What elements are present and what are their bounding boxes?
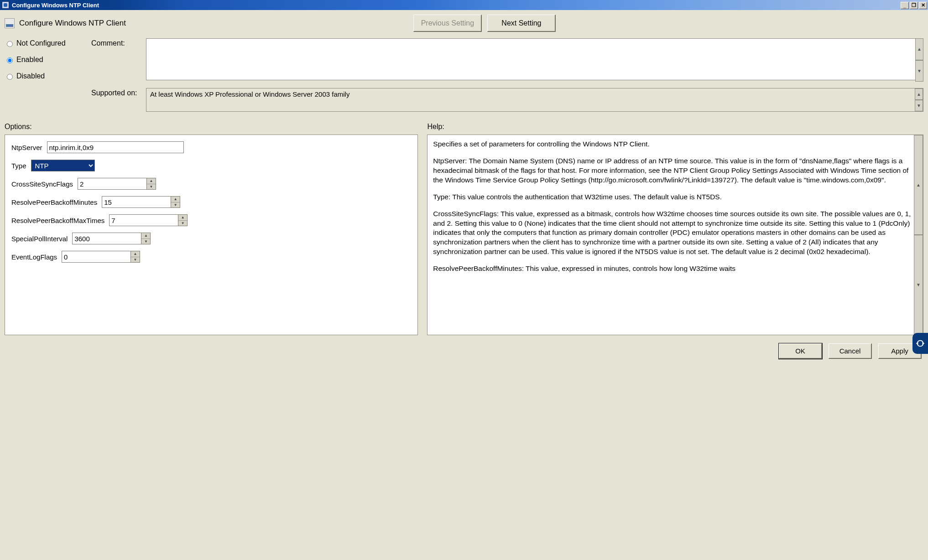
specialpollinterval-label: SpecialPollInterval: [11, 235, 68, 243]
crosssitesyncflags-spinner[interactable]: ▲▼: [78, 178, 156, 190]
scroll-up-icon[interactable]: ▲: [914, 135, 923, 235]
spin-down-icon[interactable]: ▼: [178, 221, 187, 226]
radio-not-configured[interactable]: Not Configured: [5, 39, 82, 47]
crosssitesyncflags-input[interactable]: [78, 178, 146, 189]
spin-up-icon[interactable]: ▲: [131, 251, 140, 257]
help-panel: Specifies a set of parameters for contro…: [427, 135, 923, 335]
radio-disabled-input[interactable]: [7, 74, 13, 80]
crosssitesyncflags-label: CrossSiteSyncFlags: [11, 180, 73, 188]
radio-disabled[interactable]: Disabled: [5, 72, 82, 80]
supported-on-value: At least Windows XP Professional or Wind…: [150, 90, 349, 98]
type-select[interactable]: NTP: [31, 160, 95, 171]
resolvepeerbackoffminutes-spinner[interactable]: ▲▼: [102, 196, 180, 208]
specialpollinterval-input[interactable]: [73, 233, 141, 244]
specialpollinterval-spinner[interactable]: ▲▼: [72, 233, 151, 244]
resolvepeerbackoffmaxtimes-input[interactable]: [109, 215, 178, 226]
radio-enabled[interactable]: Enabled: [5, 56, 82, 64]
radio-disabled-label: Disabled: [16, 72, 45, 80]
ok-button[interactable]: OK: [779, 343, 822, 359]
scroll-up-icon[interactable]: ▲: [915, 88, 923, 100]
supported-scroll[interactable]: ▲ ▼: [915, 88, 923, 111]
help-text: ResolvePeerBackoffMinutes: This value, e…: [433, 264, 911, 274]
options-panel: NtpServer Type NTP CrossSiteSyncFlags ▲▼…: [5, 135, 418, 335]
window-title: Configure Windows NTP Client: [12, 2, 99, 9]
radio-not-configured-input[interactable]: [7, 41, 13, 47]
supported-on-label: Supported on:: [91, 88, 146, 97]
spin-down-icon[interactable]: ▼: [171, 202, 180, 208]
minimize-button[interactable]: _: [901, 2, 909, 9]
spin-up-icon[interactable]: ▲: [178, 215, 187, 221]
close-button[interactable]: ✕: [919, 2, 927, 9]
type-label: Type: [11, 162, 26, 170]
spin-up-icon[interactable]: ▲: [147, 178, 156, 184]
help-text: NtpServer: The Domain Name System (DNS) …: [433, 156, 911, 185]
help-text: Specifies a set of parameters for contro…: [433, 140, 911, 149]
resolvepeerbackoffmaxtimes-label: ResolvePeerBackoffMaxTimes: [11, 217, 104, 224]
remote-session-badge-icon[interactable]: [912, 333, 928, 354]
comment-label: Comment:: [91, 38, 146, 47]
eventlogflags-input[interactable]: [62, 251, 130, 262]
resolvepeerbackoffminutes-label: ResolvePeerBackoffMinutes: [11, 198, 97, 206]
app-icon: [2, 1, 9, 9]
window-titlebar: Configure Windows NTP Client _ ❐ ✕: [0, 0, 928, 10]
supported-on-box: At least Windows XP Professional or Wind…: [146, 88, 923, 112]
comment-textarea[interactable]: [146, 38, 923, 80]
spin-up-icon[interactable]: ▲: [141, 233, 150, 239]
eventlogflags-label: EventLogFlags: [11, 253, 57, 261]
radio-not-configured-label: Not Configured: [16, 39, 66, 47]
cancel-button[interactable]: Cancel: [829, 343, 872, 359]
radio-enabled-input[interactable]: [7, 57, 13, 63]
help-text: Type: This value controls the authentica…: [433, 192, 911, 202]
next-setting-button[interactable]: Next Setting: [487, 15, 556, 32]
radio-enabled-label: Enabled: [16, 56, 43, 64]
policy-icon: [5, 18, 15, 28]
ntpserver-input[interactable]: [47, 141, 184, 153]
spin-down-icon[interactable]: ▼: [141, 239, 150, 244]
scroll-down-icon[interactable]: ▼: [914, 235, 923, 335]
previous-setting-button[interactable]: Previous Setting: [413, 15, 482, 32]
eventlogflags-spinner[interactable]: ▲▼: [62, 251, 140, 263]
restore-button[interactable]: ❐: [910, 2, 918, 9]
ntpserver-label: NtpServer: [11, 144, 42, 151]
scroll-down-icon[interactable]: ▼: [915, 100, 923, 111]
help-text: CrossSiteSyncFlags: This value, expresse…: [433, 209, 911, 257]
resolvepeerbackoffminutes-input[interactable]: [102, 197, 171, 207]
spin-down-icon[interactable]: ▼: [131, 257, 140, 263]
spin-up-icon[interactable]: ▲: [171, 197, 180, 202]
help-heading: Help:: [427, 123, 923, 131]
policy-title: Configure Windows NTP Client: [19, 19, 126, 28]
svg-point-0: [918, 341, 923, 347]
options-heading: Options:: [5, 123, 427, 131]
spin-down-icon[interactable]: ▼: [147, 184, 156, 190]
help-scroll[interactable]: ▲ ▼: [914, 135, 923, 335]
resolvepeerbackoffmaxtimes-spinner[interactable]: ▲▼: [109, 214, 188, 226]
